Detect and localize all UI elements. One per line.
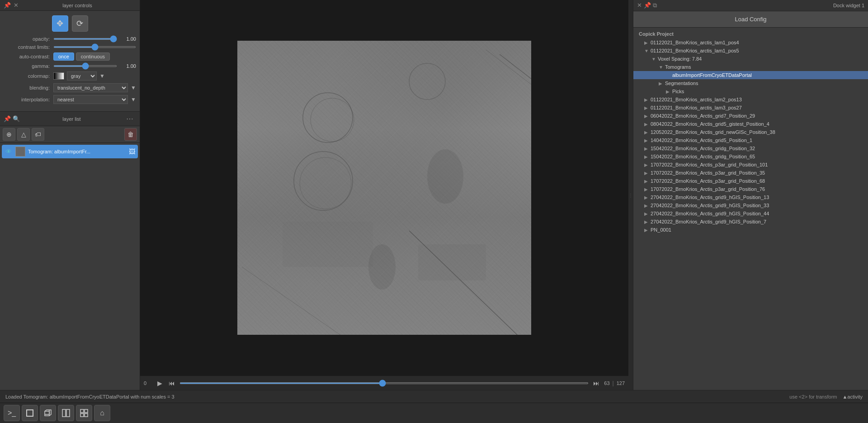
tree-arrow-item7[interactable]: ▶ xyxy=(666,89,672,94)
tree-arrow-item1[interactable]: ▶ xyxy=(644,40,651,45)
tree-item-item6[interactable]: ▶Segmentations xyxy=(633,79,868,87)
tree-arrow-item10[interactable]: ▶ xyxy=(644,114,651,119)
tree-arrow-item24[interactable]: ▶ xyxy=(644,228,651,233)
tree-arrow-item11[interactable]: ▶ xyxy=(644,122,651,127)
tree-item-item19[interactable]: ▶17072022_BrnoKrios_Arctis_p3ar_grid_Pos… xyxy=(633,185,868,193)
blending-select[interactable]: translucent_no_depth translucent opaque xyxy=(53,83,128,92)
pin-icon[interactable]: 📌 xyxy=(4,2,11,9)
tree-item-item10[interactable]: ▶06042022_BrnoKrios_Arctis_grid7_Positio… xyxy=(633,112,868,120)
tree-item-item15[interactable]: ▶15042022_BrnoKrios_Arctis_gridg_Positio… xyxy=(633,152,868,161)
tree-arrow-item15[interactable]: ▶ xyxy=(644,154,651,159)
tree-arrow-item2[interactable]: ▼ xyxy=(644,48,651,53)
close-icon-left[interactable]: ✕ xyxy=(14,2,19,9)
tomogram-canvas[interactable] xyxy=(237,41,531,335)
home-btn[interactable]: ⌂ xyxy=(94,405,110,421)
split-btn[interactable] xyxy=(58,405,74,421)
gamma-row: gamma: 1.00 xyxy=(4,63,136,69)
tree-item-item2[interactable]: ▼01122021_BrnoKrios_arctis_lam1_pos5 xyxy=(633,47,868,55)
load-config-btn[interactable]: Load Config xyxy=(633,11,868,28)
contrast-slider[interactable] xyxy=(53,46,136,48)
svg-rect-14 xyxy=(45,411,49,416)
tree-arrow-item17[interactable]: ▶ xyxy=(644,171,651,176)
move-transform-btn[interactable]: ✥ xyxy=(52,15,68,32)
tree-arrow-item14[interactable]: ▶ xyxy=(644,146,651,151)
right-close-icon[interactable]: ✕ xyxy=(637,2,642,9)
continuous-btn[interactable]: continuous xyxy=(76,52,110,61)
blending-dropdown-arrow[interactable]: ▼ xyxy=(131,85,136,91)
tree-text-item12: 12052022_BrnoKrios_Arctis_grid_newGISc_P… xyxy=(651,129,864,135)
layer-list-pin-icon[interactable]: 📌 xyxy=(4,115,11,122)
console-btn[interactable]: >_ xyxy=(4,405,20,421)
colormap-select[interactable]: gray viridis plasma xyxy=(67,71,97,81)
tree-arrow-item19[interactable]: ▶ xyxy=(644,187,651,192)
layer-save-icon[interactable]: 🖼 xyxy=(129,148,135,155)
once-btn[interactable]: once xyxy=(53,52,74,61)
contrast-slider-container xyxy=(53,46,136,48)
tomogram-layer-item[interactable]: 👁 Tomogram: albumImportFr... 🖼 xyxy=(2,145,138,158)
tree-item-item13[interactable]: ▶14042022_BrnoKrios_Arctis_grid5_Positio… xyxy=(633,136,868,144)
tree-item-item24[interactable]: ▶PN_0001 xyxy=(633,226,868,234)
tree-arrow-item21[interactable]: ▶ xyxy=(644,203,651,208)
tree-arrow-item8[interactable]: ▶ xyxy=(644,97,651,102)
gamma-slider[interactable] xyxy=(53,65,117,67)
tree-arrow-item16[interactable]: ▶ xyxy=(644,162,651,167)
tree-item-item23[interactable]: ▶27042022_BrnoKrios_Arctis_grid9_hGIS_Po… xyxy=(633,218,868,226)
tree-item-item3[interactable]: ▼Voxel Spacing: 7.84 xyxy=(633,55,868,63)
scrubber-slider[interactable] xyxy=(179,382,589,384)
grid-btn[interactable] xyxy=(76,405,92,421)
colormap-dropdown-arrow[interactable]: ▼ xyxy=(99,73,105,79)
tree-item-item7[interactable]: ▶Picks xyxy=(633,87,868,95)
tree-arrow-item4[interactable]: ▼ xyxy=(659,65,665,70)
right-panel-title: Dock widget 1 xyxy=(657,3,864,8)
right-float-icon[interactable]: ⧉ xyxy=(653,2,657,9)
tree-arrow-item6[interactable]: ▶ xyxy=(659,81,665,86)
tree-item-item18[interactable]: ▶17072022_BrnoKrios_Arctis_p3ar_grid_Pos… xyxy=(633,177,868,185)
scrubber-end-btn[interactable]: ⏮ xyxy=(167,379,177,388)
tree-arrow-item3[interactable]: ▼ xyxy=(651,57,658,62)
right-pin-icon[interactable]: 📌 xyxy=(644,2,651,9)
tree-arrow-item22[interactable]: ▶ xyxy=(644,211,651,216)
square-btn[interactable] xyxy=(22,405,38,421)
tree-item-item11[interactable]: ▶08042022_BrnoKrios_Arctis_grid5_gistest… xyxy=(633,120,868,128)
tree-item-item14[interactable]: ▶15042022_BrnoKrios_Arctis_gridg_Positio… xyxy=(633,144,868,152)
activity-btn[interactable]: ▲activity xyxy=(842,394,863,399)
svg-rect-18 xyxy=(66,409,70,417)
gamma-value: 1.00 xyxy=(120,63,136,69)
tree-arrow-item20[interactable]: ▶ xyxy=(644,195,651,200)
tree-item-item17[interactable]: ▶17072022_BrnoKrios_Arctis_p3ar_grid_Pos… xyxy=(633,169,868,177)
tree-arrow-item18[interactable]: ▶ xyxy=(644,179,651,184)
layer-list-search-icon[interactable]: 🔍 xyxy=(13,115,20,122)
tree-item-item4[interactable]: ▼Tomograms xyxy=(633,63,868,71)
tree-arrow-item23[interactable]: ▶ xyxy=(644,219,651,224)
shapes-tool-btn[interactable]: △ xyxy=(17,128,30,141)
interpolation-dropdown-arrow[interactable]: ▼ xyxy=(131,96,136,103)
rotate-transform-btn[interactable]: ⟳ xyxy=(72,15,88,32)
panel-resize-handle[interactable]: ⋮ xyxy=(628,0,633,390)
cube-btn[interactable] xyxy=(40,405,56,421)
tree-arrow-item12[interactable]: ▶ xyxy=(644,130,651,135)
tree-item-item5[interactable]: albumImportFromCryoETDataPortal xyxy=(633,71,868,79)
tree-arrow-item9[interactable]: ▶ xyxy=(644,105,651,110)
tree-item-item20[interactable]: ▶27042022_BrnoKrios_Arctis_grid9_hGIS_Po… xyxy=(633,193,868,201)
opacity-slider[interactable] xyxy=(53,38,117,40)
tree-item-item22[interactable]: ▶27042022_BrnoKrios_Arctis_grid9_hGIS_Po… xyxy=(633,209,868,218)
tree-item-item8[interactable]: ▶01122021_BrnoKrios_arctis_lam2_pos13 xyxy=(633,95,868,104)
layer-list-more-btn[interactable]: ⋯ xyxy=(123,114,136,124)
scrubber-play-btn[interactable]: ▶ xyxy=(156,379,164,388)
layer-visibility-icon[interactable]: 👁 xyxy=(5,147,13,156)
tree-arrow-item13[interactable]: ▶ xyxy=(644,138,651,143)
tree-item-item12[interactable]: ▶12052022_BrnoKrios_Arctis_grid_newGISc_… xyxy=(633,128,868,136)
tree-text-item21: 27042022_BrnoKrios_Arctis_grid9_hGIS_Pos… xyxy=(651,203,864,208)
tree-item-item16[interactable]: ▶17072022_BrnoKrios_Arctis_p3ar_grid_Pos… xyxy=(633,161,868,169)
labels-tool-btn[interactable]: 🏷 xyxy=(32,128,44,141)
tree-item-item9[interactable]: ▶01122021_BrnoKrios_arctis_lam3_pos27 xyxy=(633,104,868,112)
points-tool-btn[interactable]: ⊕ xyxy=(3,128,15,141)
interpolation-select[interactable]: nearest linear xyxy=(53,95,128,104)
scrubber-last-btn[interactable]: ⏭ xyxy=(591,379,601,388)
tree-item-item21[interactable]: ▶27042022_BrnoKrios_Arctis_grid9_hGIS_Po… xyxy=(633,201,868,209)
tree-text-item8: 01122021_BrnoKrios_arctis_lam2_pos13 xyxy=(651,97,864,102)
status-loaded-text: Loaded Tomogram: albumImportFromCryoETDa… xyxy=(5,394,782,399)
svg-rect-12 xyxy=(418,244,486,280)
tree-item-item1[interactable]: ▶01122021_BrnoKrios_arctis_lam1_pos4 xyxy=(633,38,868,47)
delete-layer-btn[interactable]: 🗑 xyxy=(124,128,137,141)
